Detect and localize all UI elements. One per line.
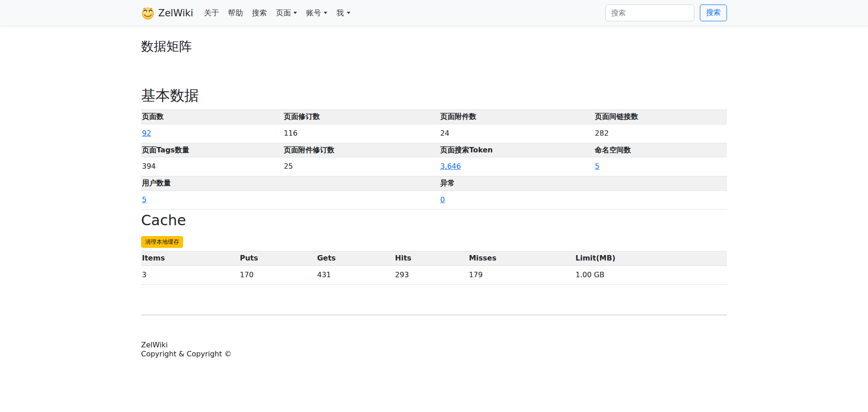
column-header: 页面修订数 bbox=[283, 110, 439, 124]
column-header: 页面附件修订数 bbox=[283, 143, 439, 157]
table-row: 页面数 页面修订数 页面附件数 页面间链接数 bbox=[141, 110, 727, 124]
table-row: Items Puts Gets Hits Misses Limit(MB) bbox=[141, 251, 727, 266]
column-header: 页面附件数 bbox=[439, 110, 594, 124]
column-header: Puts bbox=[239, 251, 316, 266]
column-header: Hits bbox=[394, 251, 468, 266]
cell-value: 116 bbox=[283, 124, 439, 143]
search-input[interactable] bbox=[605, 5, 694, 21]
table-row: 394 25 3,646 5 bbox=[141, 157, 727, 176]
column-header: 页面数 bbox=[141, 110, 283, 124]
chevron-down-icon bbox=[324, 12, 327, 14]
cell-value: 282 bbox=[594, 124, 727, 143]
column-header: 用户数量 bbox=[141, 176, 283, 191]
column-header: 异常 bbox=[439, 176, 594, 191]
column-header: Gets bbox=[316, 251, 394, 266]
smiley-logo-icon bbox=[141, 6, 155, 20]
cell-value: 394 bbox=[141, 157, 283, 176]
column-header: Misses bbox=[468, 251, 575, 266]
table-row: 92 116 24 282 bbox=[141, 124, 727, 143]
nav-item-account-dropdown[interactable]: 账号 bbox=[302, 5, 332, 22]
cell-value: 3 bbox=[141, 265, 239, 284]
chevron-down-icon bbox=[293, 12, 297, 14]
cell-value: 431 bbox=[316, 265, 394, 284]
nav-item-help[interactable]: 帮助 bbox=[223, 5, 247, 22]
chevron-down-icon bbox=[347, 12, 350, 14]
footer-divider bbox=[141, 315, 727, 315]
cell-value: 25 bbox=[283, 157, 439, 176]
basic-data-heading: 基本数据 bbox=[141, 86, 727, 106]
cache-table: Items Puts Gets Hits Misses Limit(MB) 3 … bbox=[141, 251, 727, 285]
search-submit-button[interactable]: 搜索 bbox=[700, 5, 727, 21]
clear-local-cache-button[interactable]: 清理本地缓存 bbox=[141, 236, 183, 248]
column-header: 页面Tags数量 bbox=[141, 143, 283, 157]
column-header: 页面间链接数 bbox=[594, 110, 727, 124]
column-header: Items bbox=[141, 251, 239, 266]
namespace-count-link[interactable]: 5 bbox=[595, 162, 599, 170]
brand-link[interactable]: ZelWiki bbox=[141, 6, 193, 20]
main-nav: 关于 帮助 搜索 页面 账号 我 bbox=[199, 5, 355, 22]
cell-value: 293 bbox=[394, 265, 468, 284]
table-row: 3 170 431 293 179 1.00 GB bbox=[141, 265, 727, 284]
column-header bbox=[594, 176, 727, 191]
table-row: 页面Tags数量 页面附件修订数 页面搜索Token 命名空间数 bbox=[141, 143, 727, 157]
cell-value: 1.00 GB bbox=[575, 265, 727, 284]
column-header bbox=[283, 176, 439, 191]
column-header: Limit(MB) bbox=[575, 251, 727, 266]
page-title: 数据矩阵 bbox=[141, 38, 727, 55]
nav-item-me-dropdown[interactable]: 我 bbox=[332, 5, 355, 22]
table-row: 用户数量 异常 bbox=[141, 176, 727, 191]
column-header: 页面搜索Token bbox=[439, 143, 594, 157]
navbar: ZelWiki 关于 帮助 搜索 页面 账号 我 搜索 bbox=[0, 0, 868, 26]
cell-value: 24 bbox=[439, 124, 594, 143]
nav-item-search[interactable]: 搜索 bbox=[247, 5, 271, 22]
footer: ZelWiki Copyright & Copyright © bbox=[141, 341, 727, 359]
cell-value bbox=[594, 190, 727, 209]
navbar-search-form: 搜索 bbox=[605, 5, 727, 21]
brand-label: ZelWiki bbox=[158, 8, 193, 19]
cell-value: 179 bbox=[468, 265, 575, 284]
nav-item-about[interactable]: 关于 bbox=[199, 5, 223, 22]
footer-brand: ZelWiki bbox=[141, 341, 727, 350]
nav-item-pages-dropdown[interactable]: 页面 bbox=[271, 5, 302, 22]
column-header: 命名空间数 bbox=[594, 143, 727, 157]
cell-value: 170 bbox=[239, 265, 316, 284]
cache-heading: Cache bbox=[141, 212, 727, 229]
table-row: 5 0 bbox=[141, 190, 727, 209]
basic-data-table: 页面数 页面修订数 页面附件数 页面间链接数 92 116 24 282 页面T… bbox=[141, 109, 727, 210]
search-token-link[interactable]: 3,646 bbox=[440, 162, 461, 170]
footer-copyright: Copyright & Copyright © bbox=[141, 350, 727, 359]
exception-count-link[interactable]: 0 bbox=[440, 195, 445, 204]
main-content: 数据矩阵 基本数据 页面数 页面修订数 页面附件数 页面间链接数 92 116 … bbox=[136, 38, 732, 359]
cell-value bbox=[283, 190, 439, 209]
user-count-link[interactable]: 5 bbox=[142, 195, 146, 204]
page-count-link[interactable]: 92 bbox=[142, 129, 151, 137]
